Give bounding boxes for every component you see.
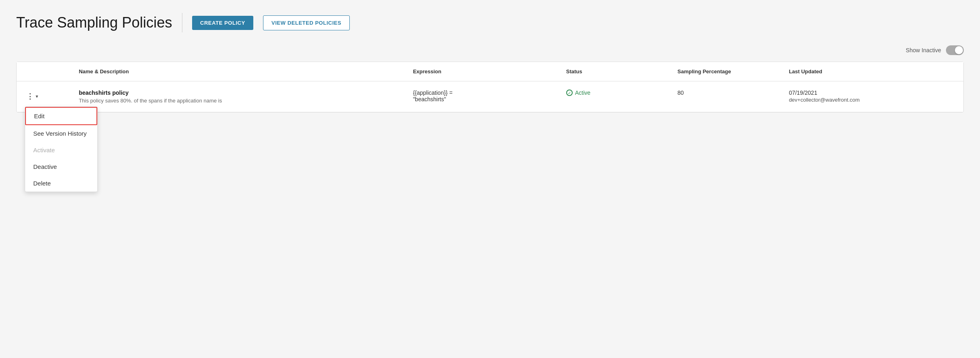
dropdown-item-activate: Activate [25, 142, 97, 158]
row-dropdown-menu: Edit See Version History Activate Deacti… [25, 107, 98, 192]
page-container: Trace Sampling Policies CREATE POLICY VI… [0, 0, 980, 126]
col-status-header: Status [560, 62, 671, 81]
show-inactive-label: Show Inactive [906, 47, 941, 53]
status-text: Active [575, 90, 591, 96]
dropdown-item-edit[interactable]: Edit [25, 107, 97, 125]
sampling-value: 80 [678, 90, 684, 96]
table-header-row: Name & Description Expression Status Sam… [17, 62, 963, 81]
row-expression-cell: {{application}} = "beachshirts" [407, 81, 560, 112]
updated-date: 07/19/2021 [789, 90, 957, 96]
create-policy-button[interactable]: CREATE POLICY [192, 16, 253, 30]
dots-icon: ⋮ [26, 92, 34, 101]
page-header: Trace Sampling Policies CREATE POLICY VI… [16, 13, 964, 32]
status-icon: ✓ [566, 90, 573, 96]
controls-bar: Show Inactive [16, 45, 964, 55]
dropdown-item-deactivate[interactable]: Deactive [25, 158, 97, 175]
row-name-cell: beachshirts policy This policy saves 80%… [72, 81, 406, 112]
table-row: ⋮ ▾ beachshirts policy This policy saves… [17, 81, 963, 112]
policies-table-container: Name & Description Expression Status Sam… [16, 62, 964, 113]
header-divider [182, 13, 182, 32]
status-badge: ✓ Active [566, 90, 665, 96]
col-sampling-header: Sampling Percentage [671, 62, 783, 81]
col-name-header: Name & Description [72, 62, 406, 81]
updated-email: dev+collector@wavefront.com [789, 97, 957, 103]
show-inactive-toggle[interactable] [946, 45, 964, 55]
row-sampling-cell: 80 [671, 81, 783, 112]
expression-line2: "beachshirts" [413, 96, 553, 102]
chevron-down-icon: ▾ [36, 94, 38, 99]
policy-description: This policy saves 80%. of the spans if t… [79, 98, 400, 104]
dropdown-item-version-history[interactable]: See Version History [25, 125, 97, 142]
view-deleted-button[interactable]: VIEW DELETED POLICIES [263, 15, 350, 30]
page-title: Trace Sampling Policies [16, 14, 172, 31]
row-action-button[interactable]: ⋮ ▾ [23, 90, 41, 103]
col-expression-header: Expression [407, 62, 560, 81]
col-updated-header: Last Updated [782, 62, 963, 81]
policy-name: beachshirts policy [79, 90, 400, 96]
expression-line1: {{application}} = [413, 90, 553, 96]
dropdown-item-delete[interactable]: Delete [25, 175, 97, 192]
col-actions-header [17, 62, 72, 81]
row-updated-cell: 07/19/2021 dev+collector@wavefront.com [782, 81, 963, 112]
row-status-cell: ✓ Active [560, 81, 671, 112]
policies-table: Name & Description Expression Status Sam… [17, 62, 963, 112]
